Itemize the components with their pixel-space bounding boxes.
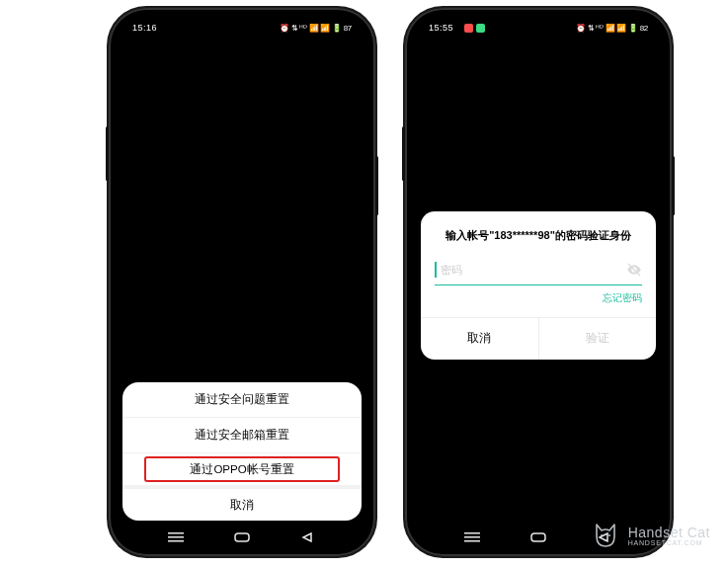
status-bar: 15:55 ⏰ ⇅ ᴴᴰ 📶 📶 🔋 82 (411, 14, 666, 41)
phone-screen-right: 15:55 ⏰ ⇅ ᴴᴰ 📶 📶 🔋 82 输入帐号"183******98"的… (411, 14, 666, 550)
watermark: Handset Cat HANDSETCAT.COM (591, 521, 710, 550)
password-placeholder: 密码 (441, 263, 627, 278)
nav-back-icon[interactable] (299, 532, 317, 542)
reset-via-security-email[interactable]: 通过安全邮箱重置 (122, 418, 362, 453)
sheet-cancel-button[interactable]: 取消 (122, 485, 362, 521)
dialog-cancel-button[interactable]: 取消 (421, 318, 539, 360)
rec-dot-green-icon (476, 24, 485, 33)
svg-point-9 (601, 534, 603, 536)
svg-rect-5 (464, 540, 480, 542)
nav-home-icon[interactable] (233, 532, 251, 542)
svg-point-10 (608, 534, 610, 536)
phone-mockup-left: 15:16 ⏰ ⇅ ᴴᴰ 📶 📶 🔋 87 通过安全问题重置 通过安全邮箱重置 … (109, 8, 375, 556)
reset-options-sheet: 通过安全问题重置 通过安全邮箱重置 通过OPPO帐号重置 取消 (122, 382, 362, 521)
watermark-title: Handset Cat (628, 526, 710, 539)
svg-rect-7 (464, 532, 480, 534)
password-input[interactable]: 密码 (435, 256, 642, 285)
phone-mockup-right: 15:55 ⏰ ⇅ ᴴᴰ 📶 📶 🔋 82 输入帐号"183******98"的… (405, 8, 672, 556)
svg-rect-1 (168, 536, 184, 538)
status-indicators: ⏰ ⇅ ᴴᴰ 📶 📶 🔋 82 (576, 24, 648, 33)
camera-cutout (514, 24, 563, 36)
dialog-title: 输入帐号"183******98"的密码验证身份 (435, 227, 642, 256)
reset-via-security-question[interactable]: 通过安全问题重置 (122, 382, 362, 418)
dialog-confirm-button[interactable]: 验证 (539, 318, 657, 360)
recording-indicator (464, 24, 485, 33)
status-bar: 15:16 ⏰ ⇅ ᴴᴰ 📶 📶 🔋 87 (115, 14, 369, 41)
svg-rect-2 (168, 532, 184, 534)
toggle-password-visibility-icon[interactable] (626, 262, 642, 278)
camera-cutout (217, 24, 267, 36)
phone-screen-left: 15:16 ⏰ ⇅ ᴴᴰ 📶 📶 🔋 87 通过安全问题重置 通过安全邮箱重置 … (115, 14, 369, 550)
password-verify-dialog: 输入帐号"183******98"的密码验证身份 密码 忘记密码 取消 验证 (421, 211, 656, 360)
nav-home-icon[interactable] (529, 532, 547, 542)
rec-dot-red-icon (464, 24, 473, 33)
text-cursor (435, 262, 437, 278)
dialog-actions: 取消 验证 (421, 317, 656, 360)
svg-rect-6 (464, 536, 480, 538)
nav-bar (115, 525, 369, 550)
watermark-cat-icon (591, 521, 620, 550)
nav-recent-icon[interactable] (463, 532, 481, 542)
nav-recent-icon[interactable] (167, 532, 185, 542)
status-time: 15:16 (132, 23, 157, 33)
watermark-subtitle: HANDSETCAT.COM (628, 539, 710, 546)
svg-rect-3 (235, 533, 249, 541)
reset-via-oppo-account[interactable]: 通过OPPO帐号重置 (144, 456, 340, 482)
status-indicators: ⏰ ⇅ ᴴᴰ 📶 📶 🔋 87 (280, 24, 352, 33)
forgot-password-link[interactable]: 忘记密码 (603, 291, 642, 305)
status-time: 15:55 (429, 23, 453, 33)
svg-rect-8 (531, 533, 545, 541)
svg-rect-0 (168, 540, 184, 542)
